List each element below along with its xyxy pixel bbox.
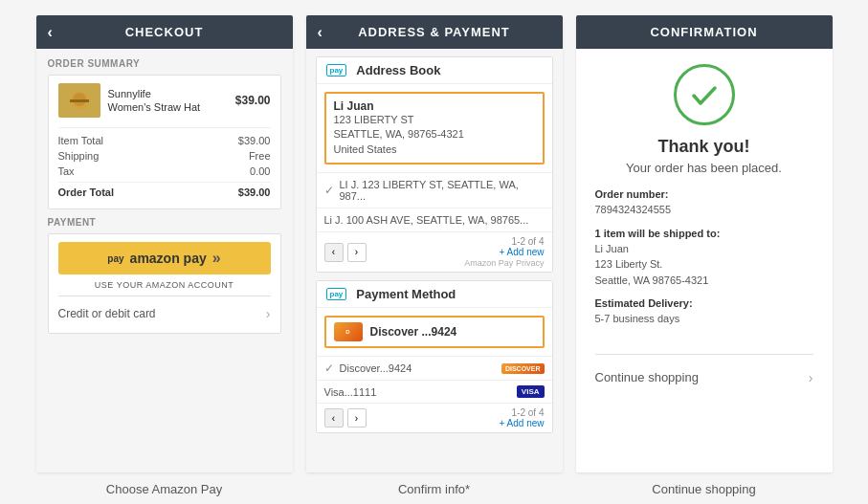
- back-arrow-checkout[interactable]: ‹: [48, 24, 54, 41]
- prev-page-btn-2[interactable]: ‹: [324, 408, 344, 427]
- divider: [58, 296, 271, 296]
- confirmation-body: Thank you! Your order has been placed. O…: [576, 49, 833, 472]
- address-payment-title: ADDRESS & PAYMENT: [358, 25, 510, 39]
- checkout-title: CHECKOUT: [125, 25, 204, 39]
- ship-name: Li Juan: [595, 243, 629, 254]
- selected-address-line1: 123 LIBERTY ST: [334, 113, 535, 127]
- credit-card-row[interactable]: Credit or debit card ›: [58, 302, 271, 325]
- tax-label: Tax: [58, 165, 75, 177]
- ship-address: Li Juan 123 Liberty St. Seattle, WA 9876…: [595, 241, 813, 289]
- payment-pagination-info: 1-2 of 4 + Add new: [500, 407, 545, 428]
- item-total-value: $39.00: [238, 135, 271, 146]
- visa-option-text: Visa...1111: [324, 386, 377, 398]
- product-info: Sunnylife Women's Straw Hat: [108, 87, 228, 115]
- selected-address-line2: SEATTLE, WA, 98765-4321: [334, 127, 535, 142]
- pay-badge-address: pay: [326, 64, 347, 77]
- delivery-label: Estimated Delivery:: [595, 297, 813, 309]
- visa-option-left: Visa...1111: [324, 386, 377, 398]
- pay-text-small: pay: [107, 253, 123, 264]
- address-payment-body: pay Address Book Li Juan 123 LIBERTY ST …: [306, 49, 563, 472]
- order-number-value: 7894324324555: [595, 202, 813, 218]
- discover-card-icon: D: [334, 322, 363, 341]
- item-total-row: Item Total $39.00: [58, 134, 271, 147]
- privacy-text: Privacy: [516, 258, 545, 268]
- checkmark-svg: [688, 78, 721, 111]
- discover-option-row[interactable]: ✓ Discover...9424 DISCOVER: [317, 356, 552, 380]
- ship-address1: 123 Liberty St.: [595, 258, 663, 270]
- thank-you-text: Thank you!: [657, 137, 749, 157]
- next-page-btn[interactable]: ›: [347, 243, 367, 262]
- checkmark-icon-1: ✓: [324, 184, 334, 197]
- order-details: Order number: 7894324324555 1 item will …: [595, 188, 813, 337]
- tax-value: 0.00: [250, 165, 270, 177]
- next-page-btn-2[interactable]: ›: [347, 408, 367, 427]
- product-price: $39.00: [235, 94, 271, 107]
- prev-page-btn[interactable]: ‹: [324, 243, 344, 262]
- amazon-pay-text: amazon pay: [130, 251, 207, 266]
- address-payment-panel: ‹ ADDRESS & PAYMENT pay Address Book Li …: [306, 15, 563, 472]
- ship-label: 1 item will be shipped to:: [595, 228, 813, 239]
- selected-payment[interactable]: D Discover ...9424: [324, 316, 545, 348]
- address-option-1-text: LI J. 123 LIBERTY ST, SEATTLE, WA, 987..…: [340, 179, 545, 202]
- confirmation-header: CONFIRMATION: [576, 15, 833, 49]
- svg-rect-3: [70, 99, 89, 102]
- bottom-label-3: Continue shopping: [576, 482, 833, 496]
- confirmation-title: CONFIRMATION: [650, 25, 757, 39]
- address-pagination-controls: ‹ ›: [324, 243, 367, 262]
- continue-shopping-row[interactable]: Continue shopping ›: [595, 362, 813, 393]
- checkout-header: ‹ CHECKOUT: [36, 15, 293, 49]
- bottom-labels: Choose Amazon Pay Confirm info* Continue…: [0, 472, 868, 504]
- bottom-label-1: Choose Amazon Pay: [36, 482, 293, 496]
- order-total-label: Order Total: [58, 186, 114, 198]
- discover-badge: DISCOVER: [501, 363, 545, 374]
- checkmark-icon-discover: ✓: [324, 362, 334, 375]
- tax-row: Tax 0.00: [58, 164, 271, 178]
- totals-section: Item Total $39.00 Shipping Free Tax 0.00…: [58, 127, 271, 199]
- selected-address-name: Li Juan: [334, 99, 535, 113]
- back-arrow-address[interactable]: ‹: [318, 24, 323, 41]
- address-option-2-text: Li J. 100 ASH AVE, SEATTLE, WA, 98765...: [324, 214, 529, 226]
- selected-payment-name: Discover ...9424: [370, 325, 457, 339]
- payment-pagination-controls: ‹ ›: [324, 408, 367, 427]
- product-name-line2: Women's Straw Hat: [108, 100, 228, 114]
- shipping-value: Free: [249, 150, 271, 162]
- discover-option-left: ✓ Discover...9424: [324, 362, 412, 375]
- confirmation-divider: [595, 354, 813, 355]
- use-amazon-text: USE YOUR AMAZON ACCOUNT: [58, 280, 271, 290]
- payment-add-new[interactable]: + Add new: [500, 418, 545, 428]
- shipping-row: Shipping Free: [58, 149, 271, 163]
- success-circle: [674, 64, 735, 125]
- address-option-1[interactable]: ✓ LI J. 123 LIBERTY ST, SEATTLE, WA, 987…: [317, 172, 552, 208]
- amazon-pay-button[interactable]: pay amazon pay »: [58, 242, 271, 274]
- selected-address[interactable]: Li Juan 123 LIBERTY ST SEATTLE, WA, 9876…: [324, 92, 545, 164]
- product-name-line1: Sunnylife: [108, 87, 228, 100]
- selected-address-country: United States: [334, 142, 535, 157]
- order-total-row: Order Total $39.00: [58, 182, 271, 199]
- payment-pagination-row: ‹ › 1-2 of 4 + Add new: [317, 403, 552, 432]
- address-pagination-info: 1-2 of 4 + Add new Amazon Pay Privacy: [464, 236, 544, 268]
- checkout-body: ORDER SUMMARY Sunnylife Women's Straw Ha…: [36, 49, 293, 472]
- discover-option-text: Discover...9424: [340, 362, 412, 374]
- amazon-pay-arrows: »: [212, 250, 221, 267]
- credit-card-label: Credit or debit card: [58, 307, 156, 320]
- address-pagination-row: ‹ › 1-2 of 4 + Add new Amazon Pay Privac…: [317, 231, 552, 272]
- order-number-label: Order number:: [595, 188, 813, 200]
- confirmation-panel: CONFIRMATION Thank you! Your order has b…: [576, 15, 833, 472]
- address-add-new[interactable]: + Add new: [464, 247, 544, 257]
- order-summary-box: Sunnylife Women's Straw Hat $39.00 Item …: [48, 75, 281, 209]
- product-image: [58, 83, 100, 118]
- product-row: Sunnylife Women's Straw Hat $39.00: [58, 83, 271, 118]
- continue-chevron-icon: ›: [809, 370, 813, 385]
- chevron-right-icon: ›: [266, 306, 271, 321]
- visa-badge: VISA: [517, 385, 545, 398]
- payment-method-section: pay Payment Method D Discover ...9424 ✓ …: [316, 280, 553, 433]
- bottom-label-2: Confirm info*: [306, 482, 563, 496]
- address-book-section: pay Address Book Li Juan 123 LIBERTY ST …: [316, 56, 553, 273]
- hat-svg: [60, 87, 99, 114]
- address-pagination-text: 1-2 of 4: [512, 236, 545, 247]
- payment-label: PAYMENT: [48, 217, 281, 228]
- visa-option-row[interactable]: Visa...1111 VISA: [317, 380, 552, 403]
- payment-method-header: pay Payment Method: [317, 281, 552, 308]
- payment-section: pay amazon pay » USE YOUR AMAZON ACCOUNT…: [48, 233, 281, 334]
- address-option-2[interactable]: Li J. 100 ASH AVE, SEATTLE, WA, 98765...: [317, 208, 552, 231]
